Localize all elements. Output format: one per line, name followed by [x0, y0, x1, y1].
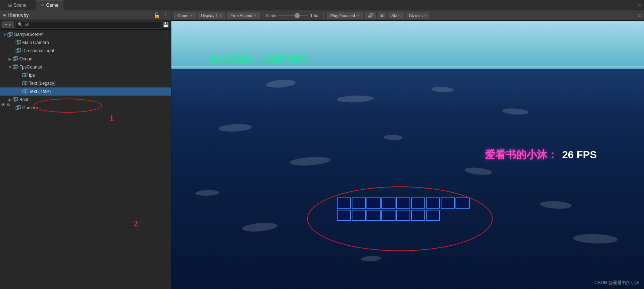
add-button[interactable]: + ▼: [2, 21, 14, 28]
label-boat: Boat: [19, 97, 29, 102]
play-focused-chevron: ▼: [356, 14, 360, 17]
cube-icon-boat: [13, 97, 18, 102]
play-focused-label: Play Focused: [330, 13, 355, 18]
top-tab-bar: ⊞ Scene ∞ Game ≡: [0, 0, 644, 10]
ocean-scene: 海上生明月，天涯共此时。 爱看书的小沐： 26 FPS: [171, 21, 644, 289]
label-main-camera: Main Camera: [22, 40, 49, 45]
tree-item-ocean[interactable]: ▶ Ocean: [0, 55, 171, 63]
cube-icon-samplescene: [7, 32, 13, 37]
tree-area: ▼ SampleScene* ⋮: [0, 30, 171, 289]
label-fps: fps: [29, 73, 35, 78]
annotation-1: 1: [109, 113, 114, 123]
aspect-ratio-button[interactable]: ⊞: [378, 12, 386, 19]
tree-item-text-tmp[interactable]: Text (TMP): [0, 87, 171, 96]
audio-button[interactable]: 🔊: [365, 12, 376, 19]
aspect-dropdown[interactable]: Free Aspect ▼: [227, 12, 260, 19]
tree-item-samplescene[interactable]: ▼ SampleScene* ⋮: [0, 30, 171, 39]
separator-2: [323, 12, 324, 19]
annotation-2: 2: [134, 219, 138, 229]
aspect-chevron: ▼: [253, 14, 257, 17]
search-icon: 🔍: [18, 22, 23, 27]
game-tab-label: Game: [46, 3, 59, 8]
chinese-text-overlay: 海上生明月，天涯共此时。: [209, 53, 316, 65]
wave-5: [218, 123, 252, 132]
hierarchy-panel: ≡ Hierarchy 🔓 ⋮ + ▼ 🔍 💾 ▼: [0, 10, 171, 289]
label-samplescene: SampleScene*: [14, 32, 43, 37]
cube-icon-text-tmp: [22, 89, 27, 94]
grid-box-1-7: [426, 197, 440, 209]
wave-4: [502, 108, 528, 116]
aspect-ratio-icon: ⊞: [380, 13, 384, 18]
wave-13: [360, 256, 381, 262]
main-layout: ≡ Hierarchy 🔓 ⋮ + ▼ 🔍 💾 ▼: [0, 10, 644, 289]
tree-item-main-camera[interactable]: Main Camera: [0, 39, 171, 47]
gizmos-label: Gizmos: [409, 13, 423, 18]
label-fpscounter: FpsCounter: [19, 64, 43, 70]
game-tab-icon: ∞: [41, 3, 45, 8]
tree-item-camera[interactable]: Camera: [0, 104, 171, 112]
grid-box-2-6: [411, 210, 425, 221]
grid-box-2-1: [337, 210, 351, 221]
game-panel: Game ▼ Display 1 ▼ Free Aspect ▼ Scale 1…: [171, 10, 644, 289]
tree-item-text-legacy[interactable]: Text (Legacy): [0, 79, 171, 87]
stats-button[interactable]: Stats: [388, 12, 404, 19]
tree-item-boat[interactable]: ▶ Boat: [0, 96, 171, 104]
scale-slider[interactable]: [278, 15, 308, 16]
display-label: Display 1: [201, 13, 218, 18]
separator-1: [263, 12, 263, 19]
hierarchy-header: ≡ Hierarchy 🔓 ⋮: [0, 10, 171, 20]
lock-icon[interactable]: 🔓: [154, 12, 160, 18]
wave-3: [337, 95, 374, 103]
game-dropdown[interactable]: Game ▼: [174, 12, 196, 19]
fps-display: 爱看书的小沐： 26 FPS: [485, 148, 597, 162]
samplescene-dots[interactable]: ⋮: [163, 31, 169, 38]
label-ocean: Ocean: [19, 56, 32, 62]
grid-box-1-8: [441, 197, 455, 209]
label-directional-light: Directional Light: [22, 48, 54, 53]
hamburger-icon: ≡: [3, 12, 6, 18]
scene-tab-label: Scene: [14, 3, 26, 8]
add-chevron: ▼: [8, 23, 12, 27]
grid-box-1-5: [396, 197, 410, 209]
tab-bar-menu[interactable]: ≡: [638, 2, 641, 8]
grid-box-1-1: [337, 197, 351, 209]
cube-icon-fpscounter: [13, 64, 18, 70]
cube-icon-text-legacy: [22, 81, 27, 86]
wave-2: [431, 86, 454, 93]
scale-value: 1.5x: [310, 13, 321, 18]
grid-box-1-3: [367, 197, 381, 209]
play-focused-button[interactable]: Play Focused ▼: [327, 12, 363, 19]
wave-7: [289, 156, 331, 167]
ocean-body: [171, 69, 644, 289]
grid-box-2-2: [352, 210, 366, 221]
wave-9: [195, 190, 219, 196]
grid-box-2-7: [426, 210, 440, 221]
arrow-boat: ▶: [7, 98, 13, 102]
gizmos-button[interactable]: Gizmos ▼: [406, 12, 430, 19]
game-toolbar: Game ▼ Display 1 ▼ Free Aspect ▼ Scale 1…: [171, 10, 644, 21]
search-input[interactable]: [24, 23, 159, 27]
hierarchy-toolbar: + ▼ 🔍 💾: [0, 20, 171, 30]
scale-thumb[interactable]: [295, 13, 300, 18]
tree-item-fps[interactable]: fps: [0, 71, 171, 79]
grid-box-1-9: [456, 197, 470, 209]
grid-box-1-2: [352, 197, 366, 209]
tab-game[interactable]: ∞ Game: [36, 0, 63, 10]
grid-box-1-4: [381, 197, 395, 209]
search-box[interactable]: 🔍: [16, 21, 161, 29]
save-icon[interactable]: 💾: [163, 22, 169, 27]
game-panel-menu[interactable]: ≡: [638, 12, 641, 19]
tab-scene[interactable]: ⊞ Scene: [3, 0, 32, 10]
grid-row-1: [337, 197, 470, 209]
wave-11: [242, 222, 278, 233]
grid-row-2: [337, 210, 470, 221]
display-dropdown[interactable]: Display 1 ▼: [198, 12, 225, 19]
tree-item-directional-light[interactable]: Directional Light: [0, 47, 171, 55]
wave-8: [464, 167, 492, 176]
scene-tab-icon: ⊞: [8, 3, 12, 8]
label-text-tmp: Text (TMP): [29, 89, 51, 94]
dots-icon[interactable]: ⋮: [163, 12, 168, 18]
plus-icon: +: [5, 22, 7, 27]
tree-item-fpscounter[interactable]: ▼ FpsCounter: [0, 63, 171, 71]
cube-icon-main-camera: [16, 40, 21, 45]
